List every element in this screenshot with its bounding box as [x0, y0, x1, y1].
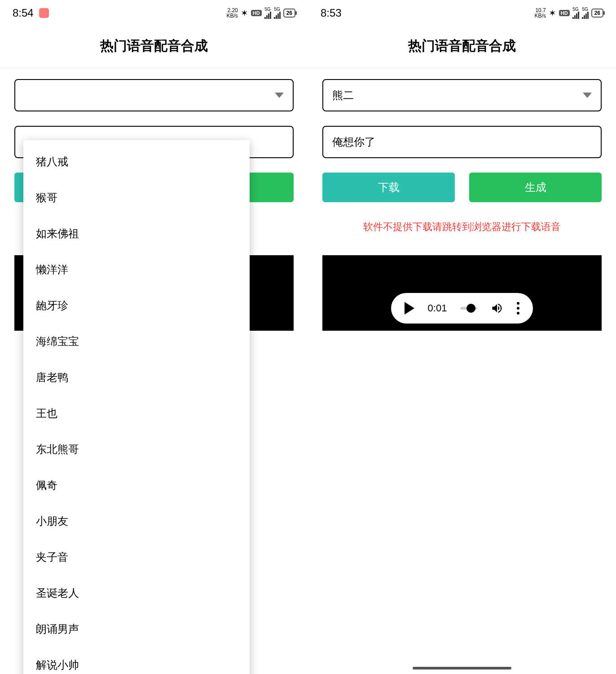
dropdown-item[interactable]: 如来佛祖: [23, 216, 250, 252]
chevron-down-icon: [275, 93, 284, 98]
bluetooth-icon: ✶: [549, 8, 556, 18]
dropdown-item[interactable]: 解说小帅: [23, 647, 250, 674]
recording-icon: [39, 8, 49, 18]
status-bar: 8:54 2.20 KB/s ✶ HD 5G 5G 26: [0, 0, 308, 26]
generate-button[interactable]: 生成: [469, 173, 602, 202]
volume-icon[interactable]: [491, 302, 503, 315]
content-area: 下载 生成 音 猪八戒 猴哥 如来佛祖 懒洋洋 龅牙珍 海绵宝宝 唐老鸭 王也 …: [0, 68, 308, 674]
text-input[interactable]: 俺想你了: [322, 126, 602, 158]
dropdown-item[interactable]: 懒洋洋: [23, 252, 250, 288]
clock: 8:54: [13, 7, 34, 19]
clock: 8:53: [321, 7, 342, 19]
select-value: 熊二: [332, 88, 354, 102]
dropdown-item[interactable]: 圣诞老人: [23, 575, 250, 611]
network-speed: 10.7 KB/s: [534, 8, 546, 18]
dropdown-item[interactable]: 海绵宝宝: [23, 324, 250, 359]
battery-icon: 26: [591, 9, 603, 18]
dropdown-item[interactable]: 猴哥: [23, 180, 250, 216]
phone-right: 8:53 10.7 KB/s ✶ HD 5G 5G 26 热门语音配音合成 熊二…: [308, 0, 616, 674]
hd-badge: HD: [559, 10, 570, 16]
signal-1: 5G: [572, 7, 579, 19]
dropdown-item[interactable]: 东北熊哥: [23, 431, 250, 467]
bluetooth-icon: ✶: [241, 8, 248, 18]
audio-controls: 0:01: [391, 293, 533, 324]
hd-badge: HD: [251, 10, 262, 16]
battery-icon: 26: [283, 9, 295, 18]
voice-select[interactable]: [14, 79, 294, 111]
status-right: 2.20 KB/s ✶ HD 5G 5G 26: [226, 7, 295, 19]
status-left: 8:54: [13, 7, 49, 19]
chevron-down-icon: [583, 93, 592, 98]
audio-preview: 0:01: [322, 255, 602, 331]
page-title: 热门语音配音合成: [308, 26, 616, 68]
button-row: 下载 生成: [322, 173, 602, 202]
network-speed: 2.20 KB/s: [226, 8, 238, 18]
voice-select[interactable]: 熊二: [322, 79, 602, 111]
voice-dropdown: 猪八戒 猴哥 如来佛祖 懒洋洋 龅牙珍 海绵宝宝 唐老鸭 王也 东北熊哥 佩奇 …: [23, 140, 250, 674]
download-button[interactable]: 下载: [322, 173, 455, 202]
dropdown-item[interactable]: 小朋友: [23, 503, 250, 539]
signal-2: 5G: [582, 7, 589, 19]
dropdown-item[interactable]: 朗诵男声: [23, 611, 250, 647]
playback-time: 0:01: [428, 302, 447, 314]
status-bar: 8:53 10.7 KB/s ✶ HD 5G 5G 26: [308, 0, 616, 26]
content-area: 熊二 俺想你了 下载 生成 软件不提供下载请跳转到浏览器进行下载语音 0:01: [308, 68, 616, 674]
input-value: 俺想你了: [332, 135, 375, 149]
play-icon[interactable]: [405, 302, 414, 315]
dropdown-item[interactable]: 佩奇: [23, 467, 250, 503]
dropdown-item[interactable]: 夹子音: [23, 539, 250, 575]
more-icon[interactable]: [517, 302, 519, 315]
nav-handle[interactable]: [413, 667, 511, 670]
dropdown-item[interactable]: 唐老鸭: [23, 359, 250, 395]
dropdown-item[interactable]: 龅牙珍: [23, 288, 250, 324]
signal-1: 5G: [264, 7, 271, 19]
signal-2: 5G: [274, 7, 281, 19]
notice-text: 软件不提供下载请跳转到浏览器进行下载语音: [322, 220, 602, 234]
slider-thumb[interactable]: [466, 304, 475, 313]
phone-left: 8:54 2.20 KB/s ✶ HD 5G 5G 26 热门语音配音合成 下载…: [0, 0, 308, 674]
dropdown-item[interactable]: 王也: [23, 395, 250, 431]
seek-slider[interactable]: [460, 307, 477, 310]
status-right: 10.7 KB/s ✶ HD 5G 5G 26: [534, 7, 603, 19]
status-left: 8:53: [321, 7, 342, 19]
page-title: 热门语音配音合成: [0, 26, 308, 68]
dropdown-item[interactable]: 猪八戒: [23, 144, 250, 180]
